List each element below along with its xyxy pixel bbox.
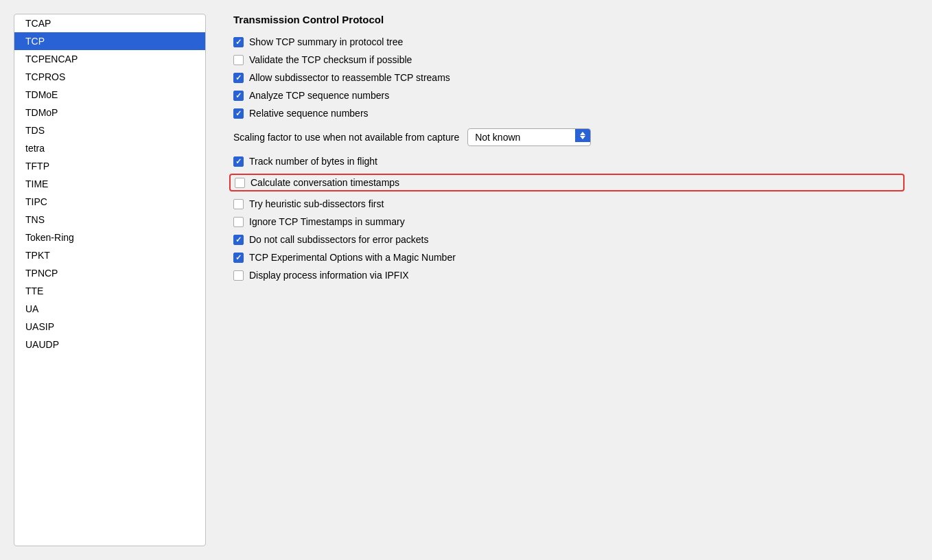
sidebar-item-tns[interactable]: TNS xyxy=(14,211,205,229)
scaling-select[interactable]: Not known xyxy=(467,128,591,146)
option-label-allow_subdissector: Allow subdissector to reassemble TCP str… xyxy=(249,72,450,83)
option-row-ignore_timestamps: Ignore TCP Timestamps in summary xyxy=(233,216,905,227)
checkbox-tcp_experimental[interactable] xyxy=(233,253,244,263)
sidebar-item-tftp[interactable]: TFTP xyxy=(14,157,205,175)
sidebar-item-token-ring[interactable]: Token-Ring xyxy=(14,229,205,246)
sidebar-item-tds[interactable]: TDS xyxy=(14,121,205,139)
checkbox-try_heuristic[interactable] xyxy=(233,199,244,209)
sidebar-item-tcpros[interactable]: TCPROS xyxy=(14,68,205,86)
option-row-allow_subdissector: Allow subdissector to reassemble TCP str… xyxy=(233,72,905,83)
checkbox-no_subdissectors_error[interactable] xyxy=(233,235,244,245)
option-label-ignore_timestamps: Ignore TCP Timestamps in summary xyxy=(249,216,405,227)
checkbox-validate_checksum[interactable] xyxy=(233,55,244,65)
option-label-track_bytes: Track number of bytes in flight xyxy=(249,156,377,167)
sidebar-item-tcap[interactable]: TCAP xyxy=(14,14,205,32)
checkbox-relative_sequence[interactable] xyxy=(233,108,244,119)
scaling-select-arrow[interactable] xyxy=(575,129,590,142)
sidebar-item-uasip[interactable]: UASIP xyxy=(14,318,205,336)
option-label-analyze_sequence: Analyze TCP sequence numbers xyxy=(249,90,389,101)
sidebar-item-tpncp[interactable]: TPNCP xyxy=(14,264,205,282)
checkbox-ignore_timestamps[interactable] xyxy=(233,217,244,227)
option-label-show_tcp_summary: Show TCP summary in protocol tree xyxy=(249,36,403,47)
option-row-relative_sequence: Relative sequence numbers xyxy=(233,108,905,119)
sidebar-item-uaudp[interactable]: UAUDP xyxy=(14,336,205,353)
options-group-1: Show TCP summary in protocol treeValidat… xyxy=(233,36,905,119)
checkbox-analyze_sequence[interactable] xyxy=(233,91,244,101)
option-row-validate_checksum: Validate the TCP checksum if possible xyxy=(233,54,905,65)
checkbox-show_tcp_summary[interactable] xyxy=(233,37,244,47)
option-row-display_process: Display process information via IPFIX xyxy=(233,270,905,281)
sidebar-item-tpkt[interactable]: TPKT xyxy=(14,246,205,264)
option-row-calc_timestamps: Calculate conversation timestamps xyxy=(229,174,905,191)
checkbox-display_process[interactable] xyxy=(233,270,244,281)
scaling-label: Scaling factor to use when not available… xyxy=(233,132,459,143)
sidebar-item-tetra[interactable]: tetra xyxy=(14,139,205,157)
checkbox-track_bytes[interactable] xyxy=(233,156,244,167)
option-row-no_subdissectors_error: Do not call subdissectors for error pack… xyxy=(233,234,905,245)
option-label-validate_checksum: Validate the TCP checksum if possible xyxy=(249,54,412,65)
sidebar-item-tdmoe[interactable]: TDMoE xyxy=(14,86,205,104)
option-row-try_heuristic: Try heuristic sub-dissectors first xyxy=(233,198,905,209)
option-row-track_bytes: Track number of bytes in flight xyxy=(233,156,905,167)
main-container: TCAPTCPTCPENCAPTCPROSTDMoETDMoPTDStetraT… xyxy=(0,0,932,560)
arrow-down-icon xyxy=(580,136,585,139)
option-label-tcp_experimental: TCP Experimental Options with a Magic Nu… xyxy=(249,252,456,263)
option-label-relative_sequence: Relative sequence numbers xyxy=(249,108,369,119)
sidebar-item-tdmop[interactable]: TDMoP xyxy=(14,104,205,121)
scaling-select-value: Not known xyxy=(468,129,575,145)
arrow-up-icon xyxy=(580,132,585,135)
sidebar-item-tte[interactable]: TTE xyxy=(14,282,205,300)
option-label-display_process: Display process information via IPFIX xyxy=(249,270,409,281)
content-area: Transmission Control Protocol Show TCP s… xyxy=(206,0,932,560)
option-label-no_subdissectors_error: Do not call subdissectors for error pack… xyxy=(249,234,428,245)
protocol-sidebar: TCAPTCPTCPENCAPTCPROSTDMoETDMoPTDStetraT… xyxy=(14,14,206,546)
sidebar-item-tcpencap[interactable]: TCPENCAP xyxy=(14,50,205,68)
sidebar-item-tipc[interactable]: TIPC xyxy=(14,193,205,211)
section-title: Transmission Control Protocol xyxy=(233,14,905,25)
option-label-try_heuristic: Try heuristic sub-dissectors first xyxy=(249,198,384,209)
checkbox-allow_subdissector[interactable] xyxy=(233,73,244,83)
option-row-analyze_sequence: Analyze TCP sequence numbers xyxy=(233,90,905,101)
option-row-tcp_experimental: TCP Experimental Options with a Magic Nu… xyxy=(233,252,905,263)
sidebar-item-ua[interactable]: UA xyxy=(14,300,205,318)
sidebar-item-tcp[interactable]: TCP xyxy=(14,32,205,50)
scaling-row: Scaling factor to use when not available… xyxy=(233,128,905,146)
option-label-calc_timestamps: Calculate conversation timestamps xyxy=(251,177,399,188)
options-group-2: Track number of bytes in flightCalculate… xyxy=(233,156,905,281)
checkbox-calc_timestamps[interactable] xyxy=(235,178,245,188)
option-row-show_tcp_summary: Show TCP summary in protocol tree xyxy=(233,36,905,47)
sidebar-item-time[interactable]: TIME xyxy=(14,175,205,193)
